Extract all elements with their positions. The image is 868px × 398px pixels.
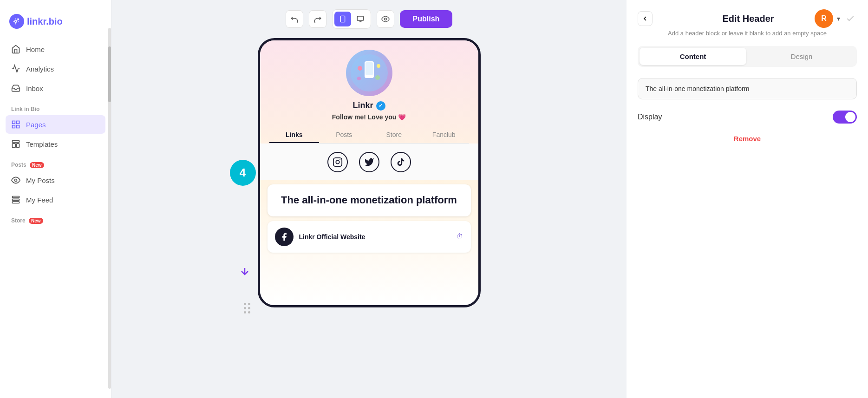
sidebar-item-my-feed-label: My Feed — [26, 196, 53, 204]
desktop-button[interactable] — [352, 12, 369, 26]
eye-preview-icon — [381, 15, 390, 23]
main-content: Publish 4 — [111, 0, 627, 398]
sidebar-item-my-feed[interactable]: My Feed — [6, 190, 105, 209]
social-icons — [260, 144, 478, 180]
home-icon — [11, 45, 20, 54]
download-arrow — [239, 266, 250, 280]
sidebar-item-my-posts-label: My Posts — [26, 176, 55, 184]
svg-point-29 — [339, 159, 340, 160]
header-block[interactable]: The all-in-one monetization platform — [268, 184, 471, 216]
logo: linkr.bio — [0, 9, 111, 40]
svg-point-0 — [15, 20, 17, 23]
posts-section: Posts New — [0, 153, 111, 171]
link-in-bio-nav: Pages Templates — [0, 115, 111, 153]
tiktok-icon[interactable] — [391, 152, 411, 172]
publish-button[interactable]: Publish — [400, 10, 453, 28]
svg-point-25 — [375, 75, 380, 80]
avatar — [346, 50, 392, 96]
svg-rect-14 — [357, 16, 363, 20]
analytics-icon — [11, 64, 20, 73]
sidebar-item-analytics-label: Analytics — [26, 65, 54, 73]
svg-rect-9 — [13, 196, 20, 198]
display-label: Display — [638, 113, 662, 121]
sidebar-item-pages[interactable]: Pages — [6, 115, 105, 134]
mobile-button[interactable] — [334, 12, 351, 26]
twitter-icon[interactable] — [359, 152, 379, 172]
sidebar-item-inbox-label: Inbox — [26, 85, 43, 92]
svg-rect-5 — [13, 141, 20, 143]
panel-check-icon[interactable] — [844, 12, 857, 25]
redo-button[interactable] — [309, 10, 326, 28]
tab-content[interactable]: Content — [640, 48, 746, 65]
profile-bio: Follow me! Love you 💗 — [332, 113, 406, 121]
svg-point-8 — [15, 179, 17, 182]
redo-icon — [313, 15, 322, 23]
tab-posts[interactable]: Posts — [319, 126, 369, 143]
user-menu-chevron[interactable]: ▾ — [837, 15, 840, 22]
header-text-input[interactable] — [638, 78, 857, 99]
tab-fanclub[interactable]: Fanclub — [419, 126, 469, 143]
toolbar: Publish — [286, 9, 453, 29]
undo-button[interactable] — [286, 10, 303, 28]
svg-rect-11 — [13, 202, 20, 203]
display-toggle[interactable] — [833, 111, 857, 124]
logo-icon — [9, 14, 24, 29]
back-arrow-icon — [641, 15, 649, 22]
profile-tabs: Links Posts Store Fanclub — [269, 126, 469, 144]
svg-rect-12 — [340, 16, 345, 22]
user-avatar[interactable]: R — [815, 9, 833, 28]
svg-rect-1 — [13, 121, 15, 124]
svg-rect-10 — [13, 199, 20, 200]
sidebar-item-my-posts[interactable]: My Posts — [6, 171, 105, 189]
sidebar: linkr.bio Home Analytics Inbox Link in B… — [0, 0, 111, 398]
sidebar-item-home-label: Home — [26, 46, 45, 53]
verified-badge: ✓ — [376, 101, 385, 111]
instagram-icon[interactable] — [327, 152, 348, 172]
svg-rect-2 — [17, 121, 20, 124]
sidebar-item-pages-label: Pages — [26, 121, 46, 129]
store-section: Store New — [0, 209, 111, 227]
inbox-icon — [11, 84, 20, 93]
link-text: Linkr Official Website — [299, 233, 450, 241]
header-block-text: The all-in-one monetization platform — [277, 194, 462, 207]
panel-title: Edit Header — [722, 13, 774, 24]
link-icon — [275, 228, 294, 246]
svg-point-26 — [357, 77, 361, 80]
feed-icon — [11, 195, 20, 204]
phone-preview: Linkr ✓ Follow me! Love you 💗 Links Post… — [258, 38, 481, 307]
profile-section: Linkr ✓ Follow me! Love you 💗 Links Post… — [260, 40, 478, 144]
svg-point-24 — [377, 64, 380, 68]
sidebar-item-analytics[interactable]: Analytics — [6, 59, 105, 78]
sidebar-item-templates[interactable]: Templates — [6, 135, 105, 153]
step-badge: 4 — [230, 160, 256, 186]
drag-handle[interactable] — [244, 303, 250, 313]
link-item[interactable]: Linkr Official Website ⏱ — [268, 221, 471, 253]
panel-back-button[interactable] — [638, 11, 653, 26]
facebook-icon — [280, 232, 289, 241]
tab-store[interactable]: Store — [369, 126, 419, 143]
user-section: R ▾ — [815, 9, 840, 28]
display-row: Display — [638, 111, 857, 124]
sidebar-item-inbox[interactable]: Inbox — [6, 79, 105, 98]
preview-button[interactable] — [377, 10, 394, 28]
tab-design[interactable]: Design — [748, 48, 855, 65]
svg-rect-21 — [365, 62, 373, 75]
svg-rect-7 — [17, 144, 20, 147]
sidebar-item-home[interactable]: Home — [6, 40, 105, 59]
scrollbar-thumb — [108, 46, 111, 102]
svg-point-23 — [358, 66, 362, 71]
clock-icon: ⏱ — [456, 233, 463, 241]
profile-name: Linkr ✓ — [352, 101, 385, 111]
sidebar-nav: Home Analytics Inbox — [0, 40, 111, 98]
sidebar-scrollbar[interactable] — [108, 28, 111, 389]
svg-rect-4 — [17, 125, 20, 128]
svg-point-28 — [336, 160, 339, 163]
undo-icon — [290, 15, 299, 23]
posts-nav: My Posts My Feed — [0, 171, 111, 209]
tab-links[interactable]: Links — [269, 126, 320, 143]
mobile-icon — [339, 15, 346, 23]
store-new-badge: New — [29, 218, 43, 224]
remove-button[interactable]: Remove — [734, 135, 761, 143]
panel-subtitle: Add a header block or leave it blank to … — [638, 30, 857, 37]
svg-rect-3 — [13, 125, 15, 128]
